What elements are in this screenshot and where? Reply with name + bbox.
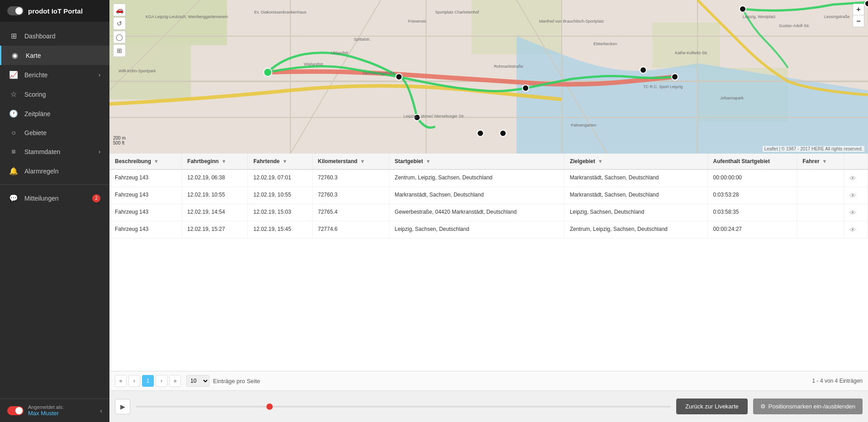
cell-fahrer xyxy=(797,221,844,239)
svg-text:Palmengarten: Palmengarten xyxy=(571,123,596,127)
sidebar-item-stammdaten[interactable]: ≡ Stammdaten › xyxy=(0,142,109,161)
sidebar-item-label: Berichte xyxy=(24,71,47,79)
sidebar-toggle[interactable] xyxy=(7,6,24,15)
col-fahrtende: Fahrtende ▼ xyxy=(248,154,313,169)
sidebar-item-label: Stammdaten xyxy=(24,148,60,155)
sidebar-nav: ⊞ Dashboard ◉ Karte 📈 Berichte › ☆ Scori… xyxy=(0,22,109,399)
timeline-slider[interactable] xyxy=(136,406,671,408)
map-vehicle-icon[interactable]: 🚗 xyxy=(113,4,126,16)
cell-aufenthalt: 0:03:58:35 xyxy=(707,204,797,221)
timeline-thumb[interactable] xyxy=(266,403,273,410)
filter-zielgebiet-icon[interactable]: ▼ xyxy=(598,159,603,164)
cell-actions: 👁 xyxy=(844,169,868,187)
map-svg: KGA Leipzig-Leutzsch, Weinberggartenvere… xyxy=(109,0,868,154)
sidebar-item-label: Dashboard xyxy=(24,33,56,40)
berichte-icon: 📈 xyxy=(9,70,18,79)
sidebar-item-dashboard[interactable]: ⊞ Dashboard xyxy=(0,26,109,46)
positionsmarken-button[interactable]: ⚙ Positionsmarken ein-/ausblenden xyxy=(753,399,863,414)
per-page-label: Einträge pro Seite xyxy=(213,378,260,384)
svg-text:KGA Leipzig-Leutzsch, Weinberg: KGA Leipzig-Leutzsch, Weinberggartenvere… xyxy=(146,14,228,19)
filter-startgebiet-icon[interactable]: ▼ xyxy=(426,159,431,164)
cell-fahrtbeginn: 12.02.19, 15:27 xyxy=(182,221,248,239)
filter-fahrtende-icon[interactable]: ▼ xyxy=(282,159,287,164)
zoom-in-button[interactable]: + xyxy=(853,4,864,15)
svg-text:Rohmarktstraße: Rohmarktstraße xyxy=(494,64,523,69)
cell-kilometerstand: 72774.6 xyxy=(312,221,389,239)
zoom-out-button[interactable]: − xyxy=(853,15,864,27)
zeitplane-icon: 🕐 xyxy=(9,109,18,118)
cell-kilometerstand: 72765.4 xyxy=(312,204,389,221)
sidebar-divider xyxy=(0,184,109,185)
map-zoom-controls: + − xyxy=(853,4,864,27)
livekarte-button[interactable]: Zurück zur Livekarte xyxy=(676,399,748,414)
cell-startgebiet: Zentrum, Leipzig, Sachsen, Deutschland xyxy=(389,169,564,187)
sidebar-item-alarmregeln[interactable]: 🔔 Alarmregeln xyxy=(0,161,109,181)
table-header-row: Beschreibung ▼ Fahrtbeginn ▼ xyxy=(109,154,868,169)
sidebar-item-scoring[interactable]: ☆ Scoring xyxy=(0,84,109,104)
sidebar-item-mitteilungen[interactable]: 💬 Mitteilungen 2 xyxy=(0,188,109,208)
pagination-bar: « ‹ 1 › » 10 25 50 100 Einträge pro Seit… xyxy=(109,371,868,390)
filter-kilometerstand-icon[interactable]: ▼ xyxy=(360,159,365,164)
svg-rect-1 xyxy=(109,0,227,45)
cell-aufenthalt: 00:00:24:27 xyxy=(707,221,797,239)
sidebar-item-label: Zeitpläne xyxy=(24,110,51,117)
svg-text:Uhlandstr.: Uhlandstr. xyxy=(331,51,350,55)
cell-zielgebiet: Markranstädt, Sachsen, Deutschland xyxy=(564,187,707,204)
svg-text:Kathe-Kollwitz-Str.: Kathe-Kollwitz-Str. xyxy=(675,51,708,55)
cell-kilometerstand: 72760.3 xyxy=(312,169,389,187)
per-page-select[interactable]: 10 25 50 100 xyxy=(186,375,209,387)
svg-point-25 xyxy=(865,0,868,7)
cell-zielgebiet: Markranstädt, Sachsen, Deutschland xyxy=(564,169,707,187)
cell-actions: 👁 xyxy=(844,204,868,221)
page-1-button[interactable]: 1 xyxy=(142,375,154,387)
page-last-button[interactable]: » xyxy=(169,375,181,387)
svg-text:Ev. Diakonissenkrankenhaus: Ev. Diakonissenkrankenhaus xyxy=(254,10,307,14)
cell-startgebiet: Gewerbestraße, 04420 Markranstädt, Deuts… xyxy=(389,204,564,221)
pagination-info: 1 - 4 von 4 Einträgen xyxy=(812,378,863,384)
view-row-icon[interactable]: 👁 xyxy=(849,226,856,234)
sidebar-item-zeitplane[interactable]: 🕐 Zeitpläne xyxy=(0,104,109,123)
sidebar-item-berichte[interactable]: 📈 Berichte › xyxy=(0,65,109,84)
cell-fahrtbeginn: 12.02.19, 14:54 xyxy=(182,204,248,221)
cell-aufenthalt: 00:00:00:00 xyxy=(707,169,797,187)
map-history-icon[interactable]: ↺ xyxy=(113,17,126,30)
cell-fahrer xyxy=(797,204,844,221)
table-wrapper[interactable]: Beschreibung ▼ Fahrtbeginn ▼ xyxy=(109,154,868,371)
table-section: Beschreibung ▼ Fahrtbeginn ▼ xyxy=(109,154,868,390)
page-next-button[interactable]: › xyxy=(156,375,167,387)
scoring-icon: ☆ xyxy=(9,90,18,98)
cell-zielgebiet: Zentrum, Leipzig, Sachsen, Deutschland xyxy=(564,221,707,239)
filter-fahrer-icon[interactable]: ▼ xyxy=(822,159,827,164)
page-first-button[interactable]: « xyxy=(115,375,127,387)
svg-text:Demmeringstraße: Demmeringstraße xyxy=(363,71,395,75)
svg-text:Sportplatz Charlottenhof: Sportplatz Charlottenhof xyxy=(435,10,479,14)
table-body: Fahrzeug 143 12.02.19, 06:38 12.02.19, 0… xyxy=(109,169,868,239)
view-row-icon[interactable]: 👁 xyxy=(849,209,856,216)
sidebar-item-gebiete[interactable]: ○ Gebiete xyxy=(0,123,109,142)
svg-text:Lessingstraße: Lessingstraße xyxy=(824,14,850,19)
cell-fahrer xyxy=(797,187,844,204)
svg-text:Leipzig, Westplatz: Leipzig, Westplatz xyxy=(743,14,776,19)
sidebar-collapse-button[interactable]: ‹ xyxy=(100,407,102,414)
filter-fahrtbeginn-icon[interactable]: ▼ xyxy=(221,159,226,164)
svg-point-21 xyxy=(522,85,529,91)
svg-text:TC R.C. Sport Leipzig: TC R.C. Sport Leipzig xyxy=(643,84,683,89)
table-row: Fahrzeug 143 12.02.19, 14:54 12.02.19, 1… xyxy=(109,204,868,221)
user-toggle[interactable] xyxy=(7,406,24,415)
page-prev-button[interactable]: ‹ xyxy=(128,375,140,387)
cell-fahrtende: 12.02.19, 15:45 xyxy=(248,221,313,239)
cell-fahrtende: 12.02.19, 15:03 xyxy=(248,204,313,221)
cell-fahrer xyxy=(797,169,844,187)
filter-beschreibung-icon[interactable]: ▼ xyxy=(154,159,159,164)
play-button[interactable]: ▶ xyxy=(115,399,130,414)
sidebar-item-karte[interactable]: ◉ Karte xyxy=(0,46,109,65)
map-layers-icon[interactable]: ⊞ xyxy=(113,44,126,57)
view-row-icon[interactable]: 👁 xyxy=(849,192,856,199)
svg-text:Johannapark: Johannapark xyxy=(720,96,744,100)
view-row-icon[interactable]: 👁 xyxy=(849,174,856,182)
cell-beschreibung: Fahrzeug 143 xyxy=(109,169,182,187)
table-row: Fahrzeug 143 12.02.19, 10:55 12.02.19, 1… xyxy=(109,187,868,204)
map-toolbar: 🚗 ↺ ◯ ⊞ xyxy=(113,4,126,57)
sidebar-footer: Angemeldet als: Max Muster ‹ xyxy=(0,399,109,422)
map-circle-icon[interactable]: ◯ xyxy=(113,31,126,43)
